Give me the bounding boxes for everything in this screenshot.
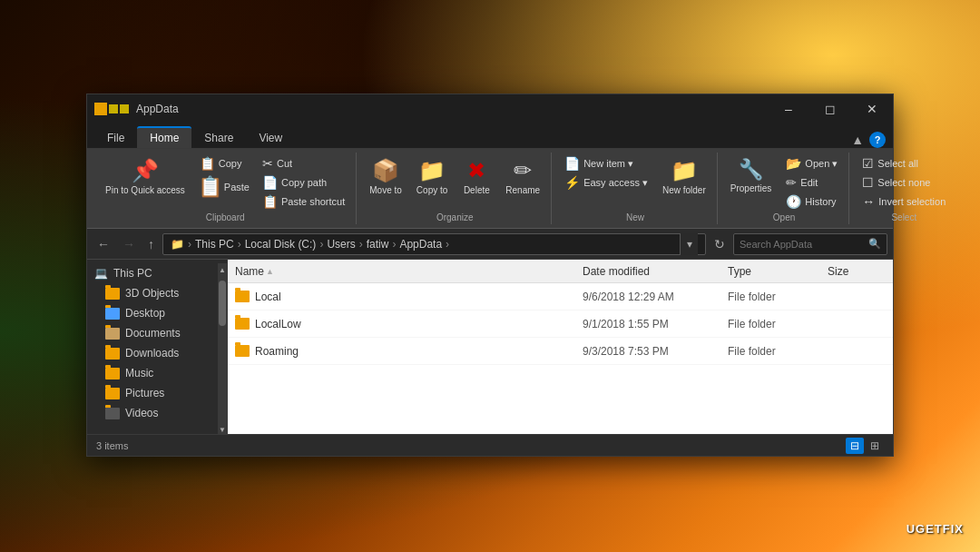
maximize-button[interactable]: ◻ <box>809 94 851 123</box>
ribbon-group-clipboard: 📌 Pin to Quick access 📋 Copy 📋 Paste <box>94 153 357 224</box>
col-header-size[interactable]: Size <box>820 260 893 282</box>
large-icons-view-icon: ⊞ <box>870 439 879 452</box>
breadcrumb-fatiw[interactable]: fatiw <box>367 238 389 251</box>
select-none-button[interactable]: ☐ Select none <box>857 173 951 192</box>
new-label: New <box>559 212 711 222</box>
sidebar-item-3d-objects[interactable]: 3D Objects <box>87 283 227 303</box>
downloads-icon <box>105 348 120 360</box>
pictures-icon <box>105 388 120 399</box>
sidebar-item-music[interactable]: Music <box>87 363 227 383</box>
copy-button[interactable]: 📋 Copy <box>194 154 253 172</box>
open-button[interactable]: 📂 Open ▾ <box>780 154 843 172</box>
breadcrumb-local-disk[interactable]: Local Disk (C:) <box>245 238 317 251</box>
copy-to-button[interactable]: 📁 Copy to <box>411 154 453 199</box>
cut-button[interactable]: ✂ Cut <box>257 154 350 172</box>
sidebar-item-documents[interactable]: Documents <box>87 323 227 343</box>
sidebar-scroll-down[interactable]: ▼ <box>218 423 227 434</box>
tab-share[interactable]: Share <box>191 128 246 148</box>
paste-shortcut-button[interactable]: 📋 Paste shortcut <box>257 192 350 211</box>
copy-path-label: Copy path <box>281 177 327 188</box>
rename-button[interactable]: ✏ Rename <box>500 154 545 199</box>
large-icons-view-button[interactable]: ⊞ <box>866 438 884 454</box>
new-folder-button[interactable]: 📁 New folder <box>657 154 711 199</box>
sidebar-item-label-music: Music <box>125 367 153 380</box>
new-items-col: 📄 New item ▾ ⚡ Easy access ▾ <box>559 154 653 192</box>
move-to-button[interactable]: 📦 Move to <box>364 154 407 199</box>
organize-buttons: 📦 Move to 📁 Copy to ✖ Delete ✏ Rename <box>364 154 545 211</box>
copy-label: Copy <box>219 158 242 169</box>
select-all-button[interactable]: ☑ Select all <box>857 154 951 172</box>
file-size-local <box>820 283 893 310</box>
breadcrumb-appdata[interactable]: AppData <box>399 238 442 251</box>
tab-view[interactable]: View <box>246 128 295 148</box>
table-row[interactable]: Local 9/6/2018 12:29 AM File folder <box>228 283 893 310</box>
sidebar-scroll-up[interactable]: ▲ <box>218 263 227 276</box>
delete-label: Delete <box>464 185 490 195</box>
col-header-type[interactable]: Type <box>720 260 820 282</box>
sidebar-item-this-pc[interactable]: 💻 This PC <box>87 263 227 283</box>
copy-path-button[interactable]: 📄 Copy path <box>257 173 350 192</box>
music-icon <box>105 368 120 380</box>
sidebar-item-videos[interactable]: Videos <box>87 403 227 423</box>
paste-label: Paste <box>224 182 250 192</box>
col-header-name[interactable]: Name ▲ <box>228 260 575 282</box>
col-header-date[interactable]: Date modified <box>575 260 720 282</box>
paste-button[interactable]: 📋 Paste <box>194 173 253 201</box>
file-list: Name ▲ Date modified Type Size Local 9/6… <box>228 260 893 434</box>
sidebar-item-desktop[interactable]: Desktop <box>87 303 227 323</box>
file-size-localow <box>820 310 893 337</box>
properties-label: Properties <box>730 183 772 193</box>
invert-selection-button[interactable]: ↔ Invert selection <box>857 192 951 211</box>
open-icon: 📂 <box>786 156 801 171</box>
this-pc-icon: 💻 <box>94 267 108 280</box>
tab-file[interactable]: File <box>94 128 137 148</box>
tab-home[interactable]: Home <box>137 126 191 148</box>
history-button[interactable]: 🕐 History <box>780 192 843 211</box>
ribbon-group-open: 🔧 Properties 📂 Open ▾ ✏ Edit 🕐 History <box>720 153 850 224</box>
search-bar[interactable]: 🔍 <box>733 233 887 255</box>
table-row[interactable]: Roaming 9/3/2018 7:53 PM File folder <box>228 338 893 365</box>
rename-label: Rename <box>505 185 540 195</box>
window-icon-small2 <box>120 104 129 113</box>
sidebar-item-pictures[interactable]: Pictures <box>87 383 227 403</box>
details-view-button[interactable]: ⊟ <box>846 438 864 454</box>
breadcrumb-sep-2: › <box>319 238 323 251</box>
edit-button[interactable]: ✏ Edit <box>780 173 843 192</box>
search-input[interactable] <box>740 239 865 250</box>
easy-access-label: Easy access ▾ <box>583 177 648 189</box>
properties-icon: 🔧 <box>739 158 763 182</box>
close-button[interactable]: ✕ <box>851 94 893 123</box>
table-row[interactable]: LocalLow 9/1/2018 1:55 PM File folder <box>228 310 893 338</box>
cut-label: Cut <box>277 158 292 169</box>
folder-icon-roaming <box>235 345 250 357</box>
up-button[interactable]: ↑ <box>143 234 159 254</box>
refresh-button[interactable]: ↻ <box>710 234 730 254</box>
window-title: AppData <box>136 103 768 115</box>
breadcrumb-dropdown[interactable]: ▾ <box>680 233 698 255</box>
easy-access-button[interactable]: ⚡ Easy access ▾ <box>559 173 653 192</box>
breadcrumb-users[interactable]: Users <box>327 238 355 251</box>
select-col: ☑ Select all ☐ Select none ↔ Invert sele… <box>857 154 951 211</box>
breadcrumb-sep-5: › <box>446 238 449 251</box>
sidebar-item-downloads[interactable]: Downloads <box>87 343 227 363</box>
forward-button[interactable]: → <box>118 234 140 254</box>
copy-paste-col: 📋 Copy 📋 Paste <box>194 154 253 201</box>
breadcrumb-this-pc[interactable]: This PC <box>195 238 234 251</box>
back-button[interactable]: ← <box>93 234 114 254</box>
properties-button[interactable]: 🔧 Properties <box>725 154 778 197</box>
breadcrumb-sep-3: › <box>359 238 363 251</box>
sidebar-item-label-this-pc: This PC <box>113 267 152 280</box>
paste-shortcut-label: Paste shortcut <box>281 196 345 207</box>
select-label: Select <box>857 212 951 222</box>
sidebar-scrollbar-thumb[interactable] <box>219 281 226 326</box>
new-item-button[interactable]: 📄 New item ▾ <box>559 154 653 172</box>
ribbon-up-arrow[interactable]: ▲ <box>851 133 864 147</box>
delete-button[interactable]: ✖ Delete <box>456 154 496 199</box>
open-col: 📂 Open ▾ ✏ Edit 🕐 History <box>780 154 843 211</box>
copy-path-icon: 📄 <box>262 175 278 190</box>
select-all-label: Select all <box>877 158 918 169</box>
pin-to-quick-access-button[interactable]: 📌 Pin to Quick access <box>100 154 191 199</box>
minimize-button[interactable]: – <box>768 94 809 123</box>
items-count: 3 items <box>96 440 128 451</box>
help-button[interactable]: ? <box>869 132 886 148</box>
